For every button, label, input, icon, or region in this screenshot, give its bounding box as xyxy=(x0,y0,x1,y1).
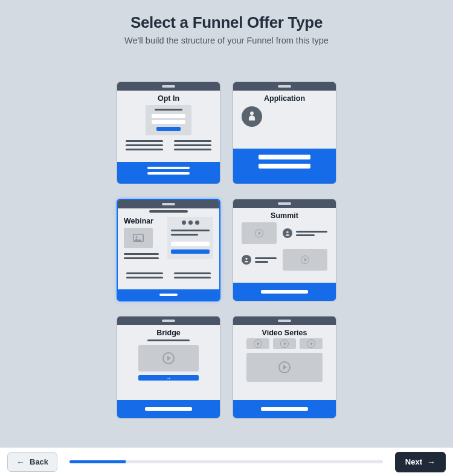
arrow-right-icon: → xyxy=(427,457,435,467)
play-icon xyxy=(255,229,263,237)
svg-point-2 xyxy=(136,236,138,238)
arrow-right-icon: → xyxy=(166,375,172,381)
play-icon xyxy=(301,256,309,264)
back-button[interactable]: ← Back xyxy=(7,452,57,472)
avatar-icon xyxy=(283,228,292,238)
card-opt-in[interactable]: Opt In xyxy=(117,82,220,184)
play-icon xyxy=(307,339,315,348)
card-video-series[interactable]: Video Series xyxy=(233,316,336,419)
card-webinar-label: Webinar xyxy=(124,217,162,228)
card-summit[interactable]: Summit xyxy=(233,199,336,301)
card-opt-in-label: Opt In xyxy=(117,91,220,105)
back-button-label: Back xyxy=(30,457,48,466)
funnel-type-grid: Opt In xyxy=(0,82,453,419)
play-icon xyxy=(162,352,175,364)
arrow-left-icon: ← xyxy=(16,457,25,467)
card-application[interactable]: Application xyxy=(233,82,336,184)
play-icon xyxy=(254,339,262,348)
wizard-footer: ← Back Next → xyxy=(0,447,453,476)
card-bridge[interactable]: Bridge → xyxy=(117,316,220,419)
svg-point-4 xyxy=(245,258,247,260)
play-icon xyxy=(278,361,291,373)
progress-bar xyxy=(69,460,383,463)
page-subtitle: We'll build the structure of your Funnel… xyxy=(0,36,453,45)
next-button-label: Next xyxy=(405,457,422,466)
page-title: Select a Funnel Offer Type xyxy=(0,13,453,32)
image-placeholder-icon xyxy=(124,228,153,248)
svg-point-3 xyxy=(286,231,288,233)
card-summit-label: Summit xyxy=(233,208,336,222)
card-webinar[interactable]: Webinar xyxy=(117,199,220,301)
svg-point-0 xyxy=(250,112,254,115)
card-video-series-label: Video Series xyxy=(233,325,336,339)
card-application-label: Application xyxy=(233,91,336,105)
progress-fill xyxy=(69,460,126,463)
play-icon xyxy=(280,339,289,348)
person-icon xyxy=(242,106,262,127)
avatar-icon xyxy=(242,255,251,265)
card-bridge-label: Bridge xyxy=(117,325,220,339)
next-button[interactable]: Next → xyxy=(395,452,446,472)
